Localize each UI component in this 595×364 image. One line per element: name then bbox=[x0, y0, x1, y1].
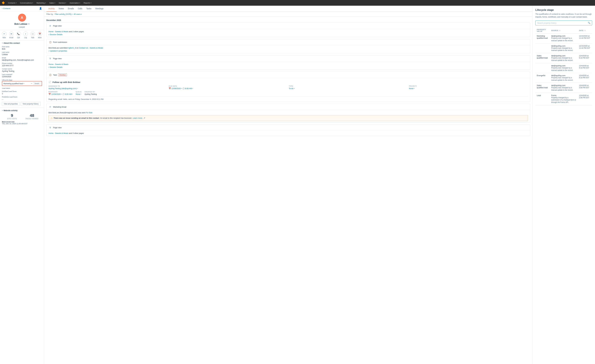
email-action-button[interactable]: ✉ Email bbox=[9, 32, 14, 38]
back-to-contacts[interactable]: ‹ Contacts bbox=[2, 7, 10, 9]
field-last-contacted: Last contacted 12/04/2020 bbox=[2, 74, 42, 78]
form-page-link[interactable]: Contact Us · Sweets & Meats bbox=[79, 47, 103, 49]
type-dropdown-icon: ▾ bbox=[294, 88, 295, 89]
due-date-value[interactable]: 📅 12/09/2020 ▾ 🕒 8:00 AM ▾ bbox=[169, 87, 288, 90]
edit-contact-name-icon[interactable]: ✏ bbox=[28, 23, 30, 25]
field-predictive-score: Predictive Lead Score ... bbox=[2, 96, 42, 100]
page-link[interactable]: Home · Sweets & Meats bbox=[49, 30, 68, 33]
log-action-button[interactable]: + Log bbox=[23, 32, 28, 38]
learn-more-link[interactable]: Learn more. bbox=[133, 117, 143, 119]
activity-card-header: 📋 Task Overdue bbox=[47, 72, 530, 78]
page-link[interactable]: Home · Sweets & Meats bbox=[49, 63, 68, 65]
type-value[interactable]: To-do ▾ bbox=[289, 87, 408, 90]
activity-type-label: Page view bbox=[53, 126, 62, 129]
tab-activity[interactable]: Activity bbox=[46, 6, 57, 12]
updated-properties-toggle[interactable]: › Updated 3 properties bbox=[49, 50, 528, 52]
source-cell: tab@aysling.com Property was changed by … bbox=[550, 53, 578, 63]
source-cell: tab@aysling.com Property was changed by … bbox=[550, 43, 578, 53]
table-row: Sales qualified lead tab@aysling.com Pro… bbox=[535, 83, 592, 93]
table-row: tab@aysling.com Property was changed by … bbox=[535, 43, 592, 53]
field-first-name: First name Bob bbox=[2, 46, 42, 50]
activity-card-header: 🖥 Page view bbox=[47, 23, 530, 29]
nav-service[interactable]: Service ▾ bbox=[57, 0, 67, 6]
priority-field: Priority None ▾ bbox=[409, 85, 528, 90]
property-history-table: PROPERTY VALUE SOURCE ⇅ DATE ⇅ Marketing… bbox=[535, 28, 592, 105]
table-row: Lead Forms Property changed by a submiss… bbox=[535, 93, 592, 105]
page-link[interactable]: Home · Sweets & Meats bbox=[49, 132, 68, 134]
task-regarding-text: Regarding email: Hello, sent on Friday, … bbox=[49, 97, 528, 100]
email-warning-banner: ⚠ There was an issue sending an email to… bbox=[49, 115, 528, 121]
table-row: Sales qualified lead tab@aysling.com Pro… bbox=[535, 53, 592, 63]
queue-field: Queue None ▾ bbox=[76, 91, 82, 95]
nav-automation[interactable]: Automation ▾ bbox=[68, 0, 82, 6]
view-all-properties-button[interactable]: View all properties bbox=[2, 102, 20, 106]
search-property-history-button[interactable]: 🔍 bbox=[586, 21, 592, 25]
task-complete-checkbox[interactable]: ✓ bbox=[49, 81, 51, 84]
lifecycle-edit-icon[interactable]: ✏ bbox=[31, 83, 32, 84]
prop-value-cell: Marketing qualified lead bbox=[535, 34, 550, 43]
activity-body: Home · Sweets & Meats and 2 other pages … bbox=[47, 29, 530, 37]
reminder-value[interactable]: 📅 12/09/2020 ▾ 🕒 8:00 AM ▾ bbox=[49, 93, 73, 95]
tab-calls[interactable]: Calls bbox=[76, 6, 84, 12]
filter-users-button[interactable]: All users ▾ bbox=[74, 13, 82, 15]
session-details-toggle[interactable]: › Session Details bbox=[49, 34, 528, 35]
type-field: Type To-do ▾ bbox=[289, 85, 408, 90]
field-lead-status: Lead status bbox=[2, 87, 42, 89]
overdue-badge: Overdue bbox=[58, 74, 67, 76]
activity-timeline: December 2020 🖥 Page view Home · Sweets … bbox=[44, 17, 532, 140]
website-activity-header[interactable]: ▾ Website activity bbox=[2, 109, 42, 112]
contact-name-display: Bob Loblaw ✏ bbox=[2, 23, 42, 25]
prop-value-cell: Sales qualified lead bbox=[535, 83, 550, 93]
task-reminder-row: Reminder 📅 12/09/2020 ▾ 🕒 8:00 AM ▾ Queu… bbox=[49, 91, 528, 95]
view-property-history-button[interactable]: View property history bbox=[21, 102, 40, 106]
form-link[interactable]: #gform_9 bbox=[68, 47, 76, 49]
upload-avatar-icon[interactable]: 👤 bbox=[39, 7, 42, 10]
nav-marketing[interactable]: Marketing ▾ bbox=[35, 0, 47, 6]
about-section-header[interactable]: ▾ About this contact bbox=[2, 42, 42, 44]
session-details-toggle[interactable]: › Session Details bbox=[49, 66, 528, 68]
filter-bar: Filter by: Filter activity (21/25) ▾ All… bbox=[44, 12, 532, 17]
tab-meetings[interactable]: Meetings bbox=[93, 6, 106, 12]
activity-type-label: Form submission bbox=[53, 41, 67, 43]
lifecycle-stage-field[interactable]: Marketing qualified lead ▾ ✏ Details bbox=[2, 81, 42, 86]
lifecycle-stage-label: Lifecycle stage bbox=[2, 79, 42, 81]
right-panel-description: The qualification of contacts to sales r… bbox=[535, 13, 592, 18]
email-body: Bob BobLaw (franz@maghub.com) was sent F… bbox=[47, 110, 530, 122]
due-date-field: Due date 📅 12/09/2020 ▾ 🕒 8:00 AM ▾ bbox=[169, 85, 288, 90]
session-details-arrow: › bbox=[49, 34, 49, 35]
col-header-date[interactable]: DATE ⇅ bbox=[578, 28, 592, 34]
call-action-button[interactable]: 📞 Call bbox=[16, 32, 21, 38]
meet-action-button[interactable]: 📅 Meet bbox=[38, 32, 42, 38]
reminder-date-dropdown-icon: ▾ bbox=[61, 93, 62, 95]
filter-by-label: Filter by: bbox=[46, 13, 54, 15]
nav-contacts[interactable]: Contacts ▾ bbox=[7, 0, 18, 6]
created-by-value: Aysling Testing bbox=[85, 93, 97, 95]
tab-notes[interactable]: Notes bbox=[57, 6, 66, 12]
tab-emails[interactable]: Emails bbox=[66, 6, 76, 12]
timeline-month-label: December 2020 bbox=[46, 17, 530, 22]
note-action-button[interactable]: ✏ Note bbox=[2, 32, 7, 38]
field-hubspot-score: HubSpot Lead Score 1 bbox=[2, 91, 42, 95]
nav-reports[interactable]: Reports ▾ bbox=[82, 0, 93, 6]
field-phone: Phone number 123-444-3777 bbox=[2, 63, 42, 67]
email-activity-icon: ✉ bbox=[49, 105, 52, 109]
priority-value[interactable]: None ▾ bbox=[409, 87, 528, 90]
task-action-button[interactable]: ☐ Task bbox=[30, 32, 35, 38]
assigned-to-value[interactable]: Aysling Testing (tab@aysling.com) ▾ bbox=[49, 87, 168, 90]
properties-arrow: › bbox=[49, 50, 49, 52]
col-header-source[interactable]: SOURCE ⇅ bbox=[550, 28, 578, 34]
tab-tasks[interactable]: Tasks bbox=[84, 6, 93, 12]
nav-sales[interactable]: Sales ▾ bbox=[48, 0, 57, 6]
pageview-icon: 🖥 bbox=[49, 57, 52, 60]
lifecycle-details-button[interactable]: Details bbox=[33, 82, 41, 85]
top-navigation: 🔶 Contacts ▾ Conversations ▾ Marketing ▾… bbox=[0, 0, 595, 6]
activity-card-header: 🖥 Page view bbox=[47, 55, 530, 62]
nav-conversations[interactable]: Conversations ▾ bbox=[19, 0, 35, 6]
prop-value-cell bbox=[535, 63, 550, 73]
activity-card-task: 📋 Task Overdue ✓ Follow up with Bob Bobl… bbox=[46, 72, 530, 102]
search-property-history-input[interactable] bbox=[536, 21, 586, 25]
queue-value[interactable]: None ▾ bbox=[76, 93, 82, 95]
filter-activity-button[interactable]: Filter activity (21/25) ▾ bbox=[55, 13, 72, 15]
email-link[interactable]: For Bob bbox=[86, 112, 92, 114]
due-time-dropdown-icon: ▾ bbox=[192, 88, 193, 89]
